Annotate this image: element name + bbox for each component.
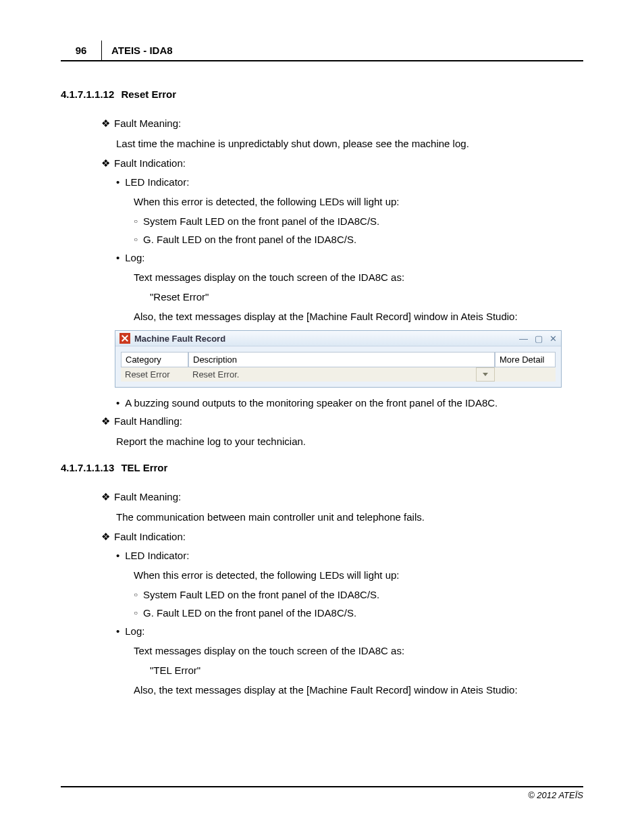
page-footer: © 2012 ATEÏS [61,786,583,800]
led-item: System Fault LED on the front panel of t… [134,589,583,600]
section-title: Reset Error [121,88,176,100]
cell-more-detail [495,367,556,382]
page-number: 96 [61,41,102,60]
log-text: Also, the text messages display at the [… [134,309,583,323]
col-more-detail: More Detail [495,352,556,367]
led-item: G. Fault LED on the front panel of the I… [134,234,583,245]
log-text: Text messages display on the touch scree… [134,644,583,658]
app-icon [119,333,130,344]
log-label: Log: [116,252,583,263]
doc-title: ATEIS - IDA8 [102,41,182,60]
fault-meaning-label: Fault Meaning: [101,491,583,503]
led-indicator-label: LED Indicator: [116,550,583,561]
led-indicator-label: LED Indicator: [116,176,583,188]
page-header: 96 ATEIS - IDA8 [61,41,583,61]
fault-handling-label: Fault Handling: [101,415,583,427]
led-intro: When this error is detected, the followi… [134,194,583,209]
section-title: TEL Error [121,462,167,473]
led-item: G. Fault LED on the front panel of the I… [134,607,583,619]
cell-description: Reset Error. [188,367,476,382]
table-row: Reset Error Reset Error. [121,367,556,382]
dropdown-button[interactable] [476,367,495,382]
buzz-text: A buzzing sound outputs to the monitorin… [116,397,583,409]
fault-meaning-text: The communication between main controlle… [116,510,583,524]
col-description: Description [188,352,495,367]
log-text: Also, the text messages display at the [… [134,683,583,697]
log-label: Log: [116,625,583,637]
log-quote: "Reset Error" [150,291,583,303]
section-heading: 4.1.7.1.1.12 Reset Error [61,88,583,100]
led-item: System Fault LED on the front panel of t… [134,215,583,227]
cell-category: Reset Error [121,367,188,382]
maximize-icon[interactable]: ▢ [535,334,543,344]
chevron-down-icon [483,373,488,376]
fault-handling-text: Report the machine log to your technicia… [116,434,583,448]
minimize-icon[interactable]: — [519,334,528,344]
table-header: Category Description More Detail [121,352,556,367]
window-title: Machine Fault Record [134,334,519,344]
led-intro: When this error is detected, the followi… [134,568,583,582]
close-icon[interactable]: ✕ [549,334,557,344]
log-quote: "TEL Error" [150,664,583,676]
col-category: Category [121,352,188,367]
machine-fault-record-window: Machine Fault Record — ▢ ✕ Category Desc… [115,330,562,388]
section-number: 4.1.7.1.1.12 [61,88,114,100]
section-heading: 4.1.7.1.1.13 TEL Error [61,462,583,473]
fault-meaning-label: Fault Meaning: [101,118,583,130]
fault-meaning-text: Last time the machine is unpredictably s… [116,136,583,151]
fault-indication-label: Fault Indication: [101,157,583,170]
window-titlebar: Machine Fault Record — ▢ ✕ [115,331,561,346]
section-number: 4.1.7.1.1.13 [61,462,114,473]
log-text: Text messages display on the touch scree… [134,270,583,284]
fault-indication-label: Fault Indication: [101,531,583,543]
